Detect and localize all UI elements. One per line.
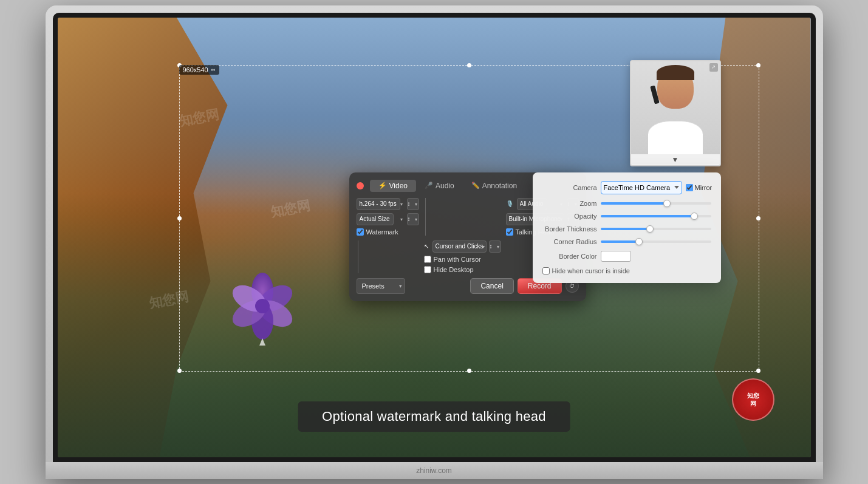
bottom-watermark: zhiniw.com — [416, 466, 452, 475]
size-stepper-select[interactable]: ↕ — [407, 213, 419, 225]
watermark-row: Watermark — [357, 228, 419, 236]
hide-cursor-label: Hide when cursor is inside — [552, 267, 630, 274]
zhiniw-badge: 知您网 — [732, 378, 774, 421]
cursor-stepper-select[interactable]: ↕ — [489, 240, 501, 253]
talking-head-checkbox[interactable] — [506, 228, 513, 236]
video-section: h.264 - 30 fps ↕ — [357, 198, 419, 236]
caption-text: Optional watermark and talking head — [322, 409, 546, 424]
presets-wrap: Presets — [357, 278, 405, 294]
screen: 知您网 知您网 知您网 960x540 ⇔ — [58, 18, 811, 457]
webcam-collapse-arrow[interactable]: ▼ — [631, 154, 720, 165]
annotation-section: ↖ Cursor and Clicks ↕ — [424, 240, 501, 273]
hide-cursor-checkbox[interactable] — [542, 267, 550, 274]
codec-stepper[interactable]: ↕ — [407, 198, 419, 210]
border-color-swatch[interactable] — [601, 251, 631, 262]
zoom-row: Zoom — [542, 200, 711, 207]
pan-checkbox[interactable] — [424, 256, 431, 263]
hide-desktop-row: Hide Desktop — [424, 266, 501, 273]
camera-select[interactable]: FaceTime HD Camera — [601, 181, 682, 194]
tab-video[interactable]: ⚡ Video — [370, 180, 416, 192]
video-tab-icon: ⚡ — [378, 182, 387, 189]
zoom-slider[interactable] — [601, 202, 711, 205]
corner-radius-thumb[interactable] — [635, 238, 643, 245]
pan-checkbox-label[interactable]: Pan with Cursor — [424, 256, 481, 263]
codec-stepper-select[interactable]: ↕ — [407, 198, 419, 210]
border-thickness-label: Border Thickness — [542, 225, 597, 233]
section-divider-2 — [358, 240, 358, 273]
caption-bar: Optional watermark and talking head — [298, 401, 570, 432]
mirror-checkbox[interactable] — [686, 184, 693, 191]
pan-row: Pan with Cursor — [424, 256, 501, 263]
cursor-row: ↖ Cursor and Clicks ↕ — [424, 240, 501, 253]
opacity-row: Opacity — [542, 213, 711, 220]
cursor-select-wrap: Cursor and Clicks — [432, 240, 487, 253]
size-row: Actual Size ↕ — [357, 213, 419, 225]
laptop-shell: 知您网 知您网 知您网 960x540 ⇔ — [46, 5, 823, 479]
svg-point-6 — [255, 299, 270, 313]
tab-audio-label: Audio — [436, 182, 454, 190]
screen-bezel: 知您网 知您网 知您网 960x540 ⇔ — [53, 13, 816, 462]
close-button[interactable] — [357, 182, 364, 189]
camera-row: Camera FaceTime HD Camera Mirror — [542, 181, 711, 194]
zoom-thumb[interactable] — [663, 200, 671, 207]
size-select[interactable]: Actual Size — [357, 213, 394, 225]
zoom-label: Zoom — [542, 200, 597, 207]
annotation-tab-icon: ✏️ — [471, 182, 480, 189]
corner-radius-label: Corner Radius — [542, 238, 597, 245]
cursor-icon: ↖ — [424, 243, 429, 250]
presets-select[interactable]: Presets — [357, 278, 405, 294]
tab-audio[interactable]: 🎤 Audio — [416, 180, 463, 192]
hide-desktop-label: Hide Desktop — [434, 266, 474, 273]
hide-desktop-checkbox-label[interactable]: Hide Desktop — [424, 266, 474, 273]
mirror-label[interactable]: Mirror — [686, 184, 713, 191]
resolution-text: 960x540 — [183, 66, 208, 73]
watermark-checkbox[interactable] — [357, 228, 364, 236]
zhiniw-text: 知您网 — [747, 392, 759, 407]
border-color-label: Border Color — [542, 253, 597, 260]
opacity-label: Opacity — [542, 213, 597, 220]
pan-label: Pan with Cursor — [434, 256, 481, 263]
border-color-row: Border Color — [542, 251, 711, 262]
tab-video-label: Video — [389, 182, 408, 190]
webcam-preview — [631, 61, 720, 155]
webcam-panel[interactable]: ▼ ↗ — [630, 60, 721, 166]
watermark-label: Watermark — [366, 228, 398, 236]
tab-annotation[interactable]: ✏️ Annotation — [463, 180, 525, 192]
camera-settings-panel: Camera FaceTime HD Camera Mirror Zoom — [533, 172, 721, 283]
cursor-select[interactable]: Cursor and Clicks — [432, 240, 487, 253]
tab-annotation-label: Annotation — [482, 182, 517, 190]
border-thickness-slider[interactable] — [601, 228, 711, 230]
watermark-checkbox-label[interactable]: Watermark — [357, 228, 398, 236]
audio-source-icon: 🎙️ — [506, 200, 513, 207]
codec-row: h.264 - 30 fps ↕ — [357, 198, 419, 210]
cursor-stepper[interactable]: ↕ — [489, 240, 501, 253]
size-stepper[interactable]: ↕ — [407, 213, 419, 225]
codec-select[interactable]: h.264 - 30 fps — [357, 198, 400, 210]
svg-marker-7 — [259, 338, 265, 346]
camera-field-label: Camera — [542, 184, 597, 191]
laptop-bottom-bar: zhiniw.com — [46, 462, 823, 479]
audio-tab-icon: 🎤 — [425, 182, 433, 189]
resolution-badge[interactable]: 960x540 ⇔ — [179, 65, 219, 75]
opacity-slider[interactable] — [601, 215, 711, 217]
webcam-resize-handle[interactable]: ↗ — [709, 63, 718, 72]
resize-arrows: ⇔ — [211, 67, 216, 73]
cancel-button[interactable]: Cancel — [470, 278, 513, 294]
border-thickness-thumb[interactable] — [646, 225, 654, 233]
corner-radius-row: Corner Radius — [542, 238, 711, 245]
border-thickness-row: Border Thickness — [542, 225, 711, 233]
mirror-text: Mirror — [695, 184, 713, 191]
size-select-wrap: Actual Size — [357, 213, 405, 225]
hide-cursor-row: Hide when cursor is inside — [542, 267, 711, 274]
hide-desktop-checkbox[interactable] — [424, 266, 431, 273]
section-divider-1 — [425, 198, 426, 236]
opacity-thumb[interactable] — [691, 213, 698, 220]
watermark-logo — [217, 261, 308, 352]
codec-select-wrap: h.264 - 30 fps — [357, 198, 405, 210]
corner-radius-slider[interactable] — [601, 240, 711, 243]
